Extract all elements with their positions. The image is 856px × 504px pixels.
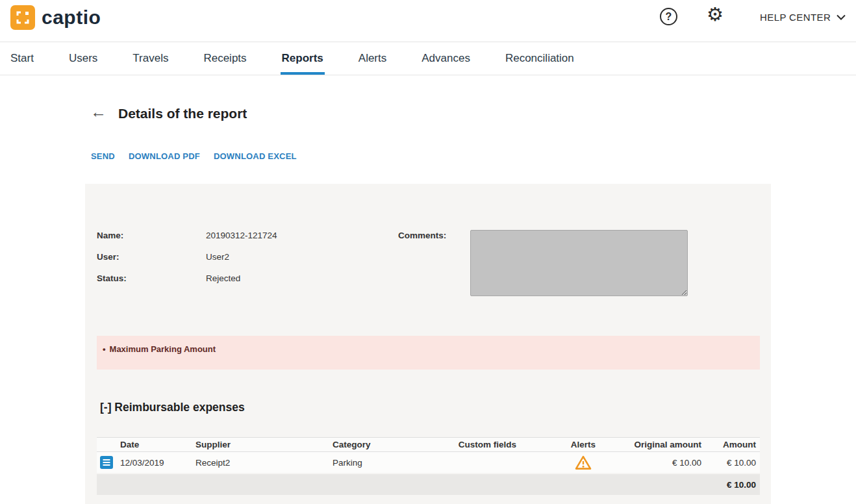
cell-date: 12/03/2019 [120,458,195,468]
col-header-category: Category [333,440,431,449]
help-icon-glyph: ? [666,11,672,23]
back-button[interactable]: ← [90,104,107,120]
status-label: Status: [97,273,127,283]
main-nav: Start Users Travels Receipts Reports Ale… [0,42,856,75]
nav-item-users[interactable]: Users [69,42,97,75]
nav-item-receipts[interactable]: Receipts [203,42,246,75]
send-button[interactable]: SEND [91,151,115,161]
col-header-original-amount: Original amount [622,440,704,449]
cell-category: Parking [333,458,431,468]
name-value: 20190312-121724 [206,231,277,240]
expenses-table-header: Date Supplier Category Custom fields Ale… [97,437,760,452]
total-row: € 10.00 [97,474,760,495]
help-center-label: HELP CENTER [760,12,831,23]
help-icon[interactable]: ? [660,8,677,25]
cell-supplier: Receipt2 [195,458,333,468]
nav-item-start[interactable]: Start [10,42,34,75]
status-value: Rejected [206,273,240,283]
report-detail-panel: Name: 20190312-121724 User: User2 Status… [85,184,771,504]
nav-item-travels[interactable]: Travels [132,42,168,75]
bullet-icon: • [103,344,106,354]
captio-logo-icon [10,5,35,30]
nav-item-reconciliation[interactable]: Reconciliation [505,42,574,75]
help-center-menu[interactable]: HELP CENTER [760,0,846,34]
cell-original-amount: € 10.00 [622,458,704,468]
user-label: User: [97,252,120,262]
name-label: Name: [97,231,123,240]
comments-label: Comments: [398,231,446,240]
expenses-table: Date Supplier Category Custom fields Ale… [97,437,760,495]
col-header-supplier: Supplier [195,440,333,449]
warning-icon[interactable] [575,455,592,470]
nav-item-alerts[interactable]: Alerts [359,42,386,75]
alert-banner: •Maximum Parking Amount [97,336,760,370]
chevron-down-icon [837,14,846,20]
total-amount: € 10.00 [704,480,760,490]
nav-item-reports[interactable]: Reports [282,42,323,75]
gear-icon-glyph: ⚙ [707,4,724,25]
captio-logo-text: captio [42,6,101,29]
col-header-custom-fields: Custom fields [431,440,544,449]
download-excel-button[interactable]: DOWNLOAD EXCEL [214,151,297,161]
cell-alerts [544,455,622,470]
top-header: captio ? ⚙ HELP CENTER [0,0,856,42]
captio-logo[interactable]: captio [10,5,101,30]
page-title: Details of the report [118,106,247,121]
gear-icon[interactable]: ⚙ [707,5,724,24]
reimbursable-expenses-title[interactable]: [-] Reimbursable expenses [100,401,245,414]
user-value: User2 [206,252,229,262]
report-actions: SEND DOWNLOAD PDF DOWNLOAD EXCEL [91,151,297,161]
table-row[interactable]: 12/03/2019 Receipt2 Parking € 10.00 € 10… [97,452,760,473]
alert-banner-text: Maximum Parking Amount [110,344,216,354]
col-header-alerts: Alerts [544,440,622,449]
comments-textarea[interactable] [470,230,688,296]
download-pdf-button[interactable]: DOWNLOAD PDF [129,151,200,161]
col-header-date: Date [120,440,195,449]
col-header-amount: Amount [704,440,760,449]
receipt-icon[interactable] [100,456,113,469]
cell-amount: € 10.00 [704,458,760,468]
nav-item-advances[interactable]: Advances [422,42,470,75]
